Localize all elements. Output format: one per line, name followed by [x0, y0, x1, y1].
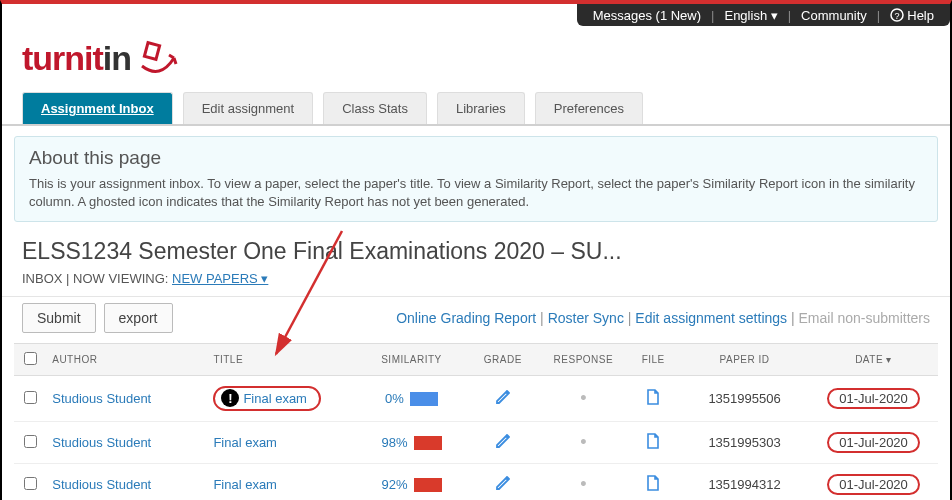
tab-class-stats[interactable]: Class Stats	[323, 92, 427, 124]
grade-pencil-icon[interactable]	[495, 479, 511, 494]
viewing-dropdown[interactable]: NEW PAPERS ▾	[172, 271, 268, 286]
online-grading-report-link[interactable]: Online Grading Report	[396, 310, 536, 326]
author-link[interactable]: Studious Student	[52, 477, 151, 492]
email-non-submitters: Email non-submitters	[799, 310, 931, 326]
similarity-link[interactable]: 0%	[385, 391, 438, 406]
paper-title-link[interactable]: Final exam	[243, 391, 307, 406]
similarity-link[interactable]: 92%	[381, 477, 441, 492]
col-title[interactable]: TITLE	[207, 344, 357, 376]
sort-indicator-icon: ▾	[886, 354, 892, 365]
tab-libraries[interactable]: Libraries	[437, 92, 525, 124]
date-value: 01-Jul-2020	[827, 432, 920, 453]
col-grade[interactable]: GRADE	[465, 344, 540, 376]
turnitin-logo: turnitin	[22, 39, 180, 77]
community-link[interactable]: Community	[801, 8, 867, 23]
messages-link[interactable]: Messages (1 New)	[593, 8, 701, 23]
alert-icon: !	[221, 389, 239, 407]
select-all-checkbox[interactable]	[24, 352, 37, 365]
about-title: About this page	[29, 147, 923, 169]
download-file-icon[interactable]	[646, 391, 660, 408]
similarity-link[interactable]: 98%	[381, 435, 441, 450]
grade-pencil-icon[interactable]	[495, 437, 511, 452]
submissions-table: AUTHOR TITLE SIMILARITY GRADE RESPONSE F…	[14, 343, 938, 500]
paper-id: 1351994312	[680, 464, 809, 500]
col-file[interactable]: FILE	[626, 344, 680, 376]
assignment-heading: ELSS1234 Semester One Final Examinations…	[2, 222, 950, 271]
action-links: Online Grading Report | Roster Sync | Ed…	[396, 310, 930, 326]
author-link[interactable]: Studious Student	[52, 391, 151, 406]
author-link[interactable]: Studious Student	[52, 435, 151, 450]
help-link[interactable]: ? Help	[890, 8, 934, 23]
similarity-bar-icon	[414, 478, 442, 492]
paper-title-link[interactable]: Final exam	[213, 477, 277, 492]
roster-sync-link[interactable]: Roster Sync	[548, 310, 624, 326]
date-value: 01-Jul-2020	[827, 474, 920, 495]
col-paperid[interactable]: PAPER ID	[680, 344, 809, 376]
edit-settings-link[interactable]: Edit assignment settings	[635, 310, 787, 326]
response-placeholder: •	[580, 474, 586, 494]
viewing-filter: INBOX | NOW VIEWING: NEW PAPERS ▾	[2, 271, 950, 296]
about-panel: About this page This is your assignment …	[14, 136, 938, 222]
col-date[interactable]: DATE ▾	[809, 344, 938, 376]
tab-assignment-inbox[interactable]: Assignment Inbox	[22, 92, 173, 124]
date-value: 01-Jul-2020	[827, 388, 920, 409]
submit-button[interactable]: Submit	[22, 303, 96, 333]
logo-swirl-icon	[136, 36, 180, 76]
table-row: Studious Student Final exam 98% • 135199…	[14, 422, 938, 464]
language-selector[interactable]: English ▾	[724, 8, 777, 23]
row-checkbox[interactable]	[24, 391, 37, 404]
tab-preferences[interactable]: Preferences	[535, 92, 643, 124]
main-tabs: Assignment Inbox Edit assignment Class S…	[2, 92, 950, 126]
download-file-icon[interactable]	[646, 477, 660, 494]
row-checkbox[interactable]	[24, 435, 37, 448]
row-checkbox[interactable]	[24, 477, 37, 490]
top-utility-bar: Messages (1 New) | English ▾ | Community…	[2, 4, 950, 26]
table-row: Studious Student !Final exam 0% • 135199…	[14, 376, 938, 422]
paper-id: 1351995303	[680, 422, 809, 464]
col-author[interactable]: AUTHOR	[46, 344, 207, 376]
paper-id: 1351995506	[680, 376, 809, 422]
svg-text:?: ?	[895, 11, 900, 21]
paper-title-link[interactable]: Final exam	[213, 435, 277, 450]
response-placeholder: •	[580, 432, 586, 452]
similarity-bar-icon	[410, 392, 438, 406]
download-file-icon[interactable]	[646, 435, 660, 452]
tab-edit-assignment[interactable]: Edit assignment	[183, 92, 314, 124]
help-icon: ?	[890, 8, 904, 22]
col-response[interactable]: RESPONSE	[540, 344, 626, 376]
table-row: Studious Student Final exam 92% • 135199…	[14, 464, 938, 500]
export-button[interactable]: export	[104, 303, 173, 333]
similarity-bar-icon	[414, 436, 442, 450]
col-similarity[interactable]: SIMILARITY	[358, 344, 465, 376]
about-body: This is your assignment inbox. To view a…	[29, 175, 923, 211]
grade-pencil-icon[interactable]	[495, 393, 511, 408]
response-placeholder: •	[580, 388, 586, 408]
